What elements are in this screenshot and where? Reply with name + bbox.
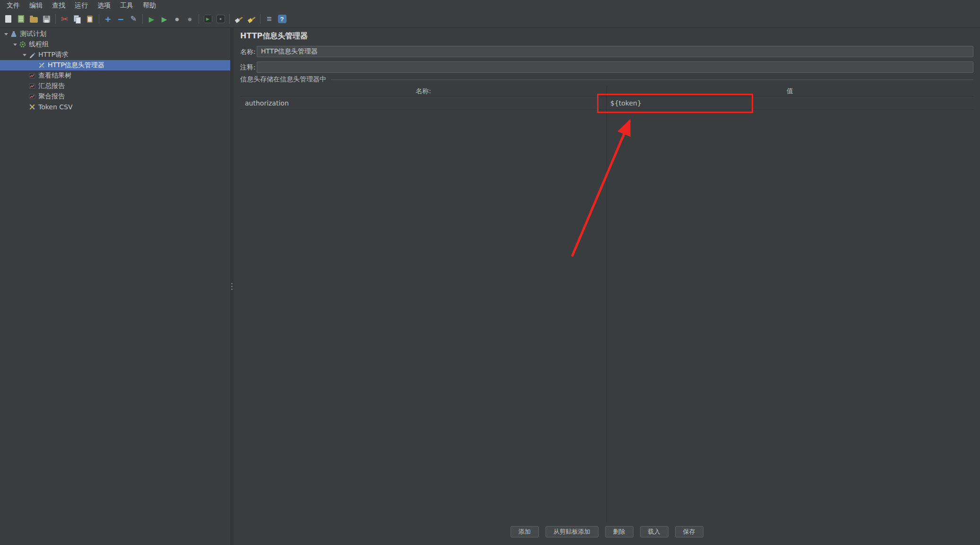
menu-file[interactable]: 文件	[2, 0, 25, 10]
name-input[interactable]	[257, 46, 973, 57]
start-icon: ▶	[149, 16, 155, 23]
summary-report-chart-icon	[28, 82, 36, 90]
paste-button[interactable]	[84, 12, 96, 26]
menu-run[interactable]: 运行	[70, 0, 93, 10]
remote-shutdown-all-button[interactable]: ●	[214, 12, 227, 26]
test-plan-tree: 测试计划 线程组 HTTP请求 HTTP信息头管理器 查看结果树 汇总	[0, 28, 230, 545]
cut-icon: ✂	[61, 15, 69, 24]
tree-item-label: HTTP信息头管理器	[48, 61, 104, 70]
remote-shutdown-all-icon: ●	[217, 15, 225, 23]
menu-edit[interactable]: 编辑	[25, 0, 47, 10]
shutdown-icon: ●	[187, 15, 192, 23]
start-no-pauses-icon: ▶	[162, 16, 167, 23]
collapse-all-icon: −	[118, 14, 123, 24]
tree-item-label: HTTP请求	[38, 51, 69, 59]
menu-bar: 文件 编辑 查找 运行 选项 工具 帮助	[0, 0, 980, 10]
tree-item-http-request[interactable]: HTTP请求	[0, 50, 230, 60]
header-value-cell[interactable]: ${token}	[607, 97, 973, 109]
tree-item-token-csv[interactable]: Token CSV	[0, 102, 230, 112]
toolbar-separator	[260, 14, 260, 24]
help-button[interactable]: ?	[276, 12, 288, 26]
stop-icon: ●	[174, 15, 179, 23]
remote-start-glyph: ▶	[206, 17, 209, 21]
cut-button[interactable]: ✂	[58, 12, 71, 26]
toolbar-separator	[99, 14, 99, 24]
save-headers-button[interactable]: 保存	[675, 526, 703, 537]
tree-item-label: Token CSV	[38, 103, 73, 111]
thread-group-gear-icon	[19, 41, 26, 48]
header-name-cell[interactable]: authorization	[240, 97, 607, 109]
column-header-name[interactable]: 名称:	[240, 86, 607, 96]
new-file-icon	[5, 15, 11, 23]
delete-button[interactable]: 删除	[605, 526, 633, 537]
tree-item-test-plan[interactable]: 测试计划	[0, 29, 230, 39]
open-icon	[30, 17, 38, 23]
comment-label: 注释:	[240, 62, 256, 73]
expand-all-icon: +	[105, 14, 111, 24]
header-manager-icon	[38, 62, 45, 69]
shutdown-button[interactable]: ●	[183, 12, 196, 26]
headers-group-title: 信息头存储在信息头管理器中	[240, 75, 326, 84]
toolbar: ✂ + − ✎ ▶ ▶ ● ● ▶ ● ≡ ?	[0, 10, 980, 28]
collapse-arrow-icon[interactable]	[11, 44, 19, 46]
clear-button[interactable]	[232, 12, 245, 26]
test-plan-icon	[10, 30, 17, 38]
comment-input[interactable]	[257, 62, 973, 73]
tree-item-label: 线程组	[29, 40, 49, 49]
clear-all-button[interactable]	[245, 12, 258, 26]
toolbar-separator	[55, 14, 56, 24]
templates-button[interactable]	[15, 12, 27, 26]
tree-item-thread-group[interactable]: 线程组	[0, 39, 230, 50]
column-divider[interactable]	[607, 86, 607, 522]
start-button[interactable]: ▶	[145, 12, 158, 26]
tree-item-summary-report[interactable]: 汇总报告	[0, 81, 230, 91]
header-manager-panel: HTTP信息头管理器 名称: 注释: 信息头存储在信息头管理器中 名称: 值 a…	[234, 28, 980, 545]
toggle-icon: ✎	[130, 15, 137, 23]
csv-config-icon	[28, 103, 36, 111]
save-file-button[interactable]	[40, 12, 53, 26]
tree-item-label: 聚合报告	[38, 92, 65, 101]
tree-item-label: 测试计划	[20, 30, 46, 38]
paste-icon	[87, 15, 94, 23]
menu-tools[interactable]: 工具	[115, 0, 138, 10]
toolbar-separator	[199, 14, 199, 24]
clear-all-icon	[247, 15, 256, 23]
tree-item-http-header-manager[interactable]: HTTP信息头管理器	[0, 60, 230, 70]
start-no-pauses-button[interactable]: ▶	[158, 12, 171, 26]
collapse-arrow-icon[interactable]	[21, 54, 28, 56]
tree-item-label: 汇总报告	[38, 82, 65, 90]
remote-start-all-button[interactable]: ▶	[201, 12, 214, 26]
menu-search[interactable]: 查找	[47, 0, 70, 10]
load-button[interactable]: 载入	[640, 526, 668, 537]
add-from-clipboard-button[interactable]: 从剪贴板添加	[546, 526, 598, 537]
expand-all-button[interactable]: +	[102, 12, 114, 26]
menu-help[interactable]: 帮助	[138, 0, 161, 10]
collapse-all-button[interactable]: −	[114, 12, 127, 26]
page-title: HTTP信息头管理器	[240, 31, 308, 41]
aggregate-report-chart-icon	[28, 93, 36, 100]
copy-icon	[73, 15, 81, 23]
collapse-arrow-icon[interactable]	[2, 33, 10, 35]
function-helper-icon: ≡	[267, 15, 272, 23]
open-button[interactable]	[27, 12, 40, 26]
column-header-value[interactable]: 值	[607, 86, 973, 96]
headers-group: 信息头存储在信息头管理器中	[240, 75, 973, 84]
toolbar-separator	[229, 14, 230, 24]
toolbar-separator	[142, 14, 143, 24]
results-tree-chart-icon	[28, 72, 36, 79]
menu-options[interactable]: 选项	[93, 0, 115, 10]
add-button[interactable]: 添加	[511, 526, 539, 537]
function-helper-button[interactable]: ≡	[263, 12, 276, 26]
remote-shutdown-glyph: ●	[219, 17, 222, 21]
new-file-button[interactable]	[2, 12, 15, 26]
toggle-button[interactable]: ✎	[127, 12, 140, 26]
panel-splitter[interactable]	[230, 28, 234, 545]
remote-start-all-icon: ▶	[204, 15, 212, 23]
stop-button[interactable]: ●	[171, 12, 183, 26]
tree-item-view-results-tree[interactable]: 查看结果树	[0, 70, 230, 81]
tree-item-label: 查看结果树	[38, 71, 71, 80]
group-border-line	[331, 79, 973, 80]
tree-item-aggregate-report[interactable]: 聚合报告	[0, 91, 230, 102]
help-icon: ?	[278, 15, 286, 23]
copy-button[interactable]	[71, 12, 84, 26]
